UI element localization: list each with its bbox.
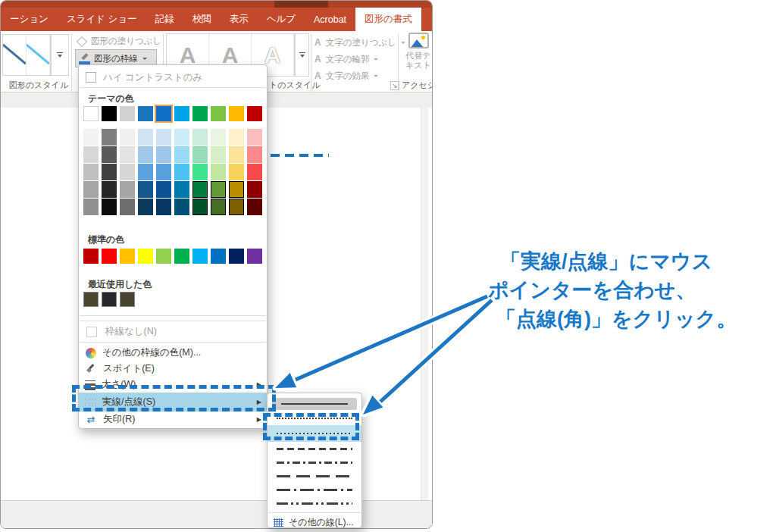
standard-color-swatch[interactable] [247, 249, 262, 264]
standard-color-swatch[interactable] [211, 249, 226, 264]
theme-tint-swatch[interactable] [83, 181, 99, 198]
theme-color-swatch[interactable] [138, 106, 153, 121]
checkbox-icon[interactable] [86, 72, 96, 83]
theme-tint-swatch[interactable] [192, 129, 208, 146]
theme-tint-swatch[interactable] [174, 164, 189, 180]
dash-style-long-dash-dot[interactable] [268, 483, 361, 496]
theme-tint-swatch[interactable] [138, 199, 153, 215]
menu-item-no-outline[interactable]: 枠線なし(N) [79, 324, 267, 340]
text-outline-button[interactable]: A 文字の輪郭 [314, 52, 378, 67]
menu-item-eyedropper[interactable]: スポイト(E) [79, 361, 267, 377]
theme-tint-swatch[interactable] [138, 129, 153, 146]
theme-tint-swatch[interactable] [83, 129, 99, 146]
tab-図形の書式[interactable]: 図形の書式 [355, 8, 421, 31]
theme-color-swatch[interactable] [120, 106, 135, 121]
theme-tint-swatch[interactable] [247, 129, 262, 146]
tab-スライド ショー[interactable]: スライド ショー [58, 8, 146, 31]
theme-tint-swatch[interactable] [102, 199, 117, 215]
theme-tint-swatch[interactable] [211, 146, 226, 163]
shape-style-gallery-more-button[interactable] [51, 34, 69, 76]
more-lines-item[interactable]: その他の線(L)... [268, 515, 361, 530]
text-fill-button[interactable]: A 文字の塗りつぶし [314, 35, 405, 50]
theme-tint-swatch[interactable] [229, 199, 244, 215]
theme-tint-swatch[interactable] [156, 181, 171, 198]
theme-tint-swatch[interactable] [247, 146, 262, 163]
theme-tint-swatch[interactable] [192, 199, 208, 215]
dialog-launcher-icon[interactable]: ↘ [390, 81, 399, 90]
theme-tint-swatch[interactable] [211, 164, 226, 180]
tab-Acrobat[interactable]: Acrobat [305, 8, 355, 31]
theme-tint-swatch[interactable] [174, 129, 189, 146]
menu-item-color-wheel[interactable]: その他の枠線の色(M)... [79, 345, 267, 361]
standard-color-swatch[interactable] [120, 249, 135, 264]
theme-tint-swatch[interactable] [102, 181, 117, 198]
theme-tint-swatch[interactable] [229, 164, 244, 180]
dash-style-long-dash-dot-dot[interactable] [268, 496, 361, 510]
alt-text-button[interactable]: 代替テキスト [402, 33, 433, 80]
theme-color-swatch[interactable] [156, 106, 171, 121]
theme-tint-swatch[interactable] [211, 181, 226, 198]
theme-tint-swatch[interactable] [211, 199, 226, 215]
theme-color-swatch[interactable] [174, 106, 189, 121]
slide-dashed-line-shape[interactable] [271, 154, 329, 157]
theme-color-swatch[interactable] [211, 106, 226, 121]
tab-校閲[interactable]: 校閲 [183, 8, 221, 31]
theme-tint-swatch[interactable] [174, 146, 189, 163]
recent-color-swatch[interactable] [102, 292, 117, 307]
theme-tint-swatch[interactable] [138, 164, 153, 180]
recent-color-swatch[interactable] [83, 292, 99, 307]
theme-tint-swatch[interactable] [229, 181, 244, 198]
theme-tint-swatch[interactable] [247, 199, 262, 215]
theme-tint-swatch[interactable] [156, 129, 171, 146]
theme-tint-swatch[interactable] [192, 164, 208, 180]
tell-me-box[interactable]: 何をしますか [429, 8, 433, 31]
standard-color-swatch[interactable] [156, 249, 171, 264]
standard-color-swatch[interactable] [83, 249, 99, 264]
theme-tint-swatch[interactable] [120, 129, 135, 146]
standard-color-swatch[interactable] [192, 249, 208, 264]
theme-tint-swatch[interactable] [174, 199, 189, 215]
tab-記録[interactable]: 記録 [146, 8, 183, 31]
theme-tint-swatch[interactable] [120, 199, 135, 215]
theme-tint-swatch[interactable] [229, 146, 244, 163]
theme-tint-swatch[interactable] [120, 181, 135, 198]
theme-color-swatch[interactable] [247, 106, 262, 121]
dash-style-solid[interactable] [272, 398, 357, 410]
tab-表示[interactable]: 表示 [221, 8, 258, 31]
shape-fill-button[interactable]: 図形の塗りつぶし [77, 33, 171, 49]
theme-tint-swatch[interactable] [247, 181, 262, 198]
standard-color-swatch[interactable] [138, 249, 153, 264]
theme-color-swatch[interactable] [102, 106, 117, 121]
standard-color-swatch[interactable] [229, 249, 244, 264]
theme-tint-swatch[interactable] [192, 181, 208, 198]
theme-tint-swatch[interactable] [83, 164, 99, 180]
vertical-scrollbar[interactable] [421, 108, 428, 502]
theme-tint-swatch[interactable] [120, 164, 135, 180]
theme-tint-swatch[interactable] [174, 181, 189, 198]
wordart-gallery-more-button[interactable] [295, 33, 309, 77]
theme-tint-swatch[interactable] [247, 164, 262, 180]
line-style-preset-1[interactable] [3, 35, 27, 75]
standard-color-swatch[interactable] [174, 249, 189, 264]
theme-tint-swatch[interactable] [102, 146, 117, 163]
dash-style-dash-dot[interactable] [268, 455, 361, 469]
dash-style-dash[interactable] [268, 442, 361, 455]
theme-color-swatch[interactable] [229, 106, 244, 121]
theme-tint-swatch[interactable] [211, 129, 226, 146]
theme-tint-swatch[interactable] [83, 146, 99, 163]
theme-tint-swatch[interactable] [83, 199, 99, 215]
standard-color-swatch[interactable] [102, 249, 117, 264]
theme-tint-swatch[interactable] [229, 129, 244, 146]
theme-tint-swatch[interactable] [192, 146, 208, 163]
theme-color-swatch[interactable] [192, 106, 208, 121]
theme-tint-swatch[interactable] [156, 146, 171, 163]
theme-tint-swatch[interactable] [156, 164, 171, 180]
theme-tint-swatch[interactable] [138, 146, 153, 163]
theme-tint-swatch[interactable] [120, 146, 135, 163]
theme-color-swatch[interactable] [83, 106, 99, 121]
dash-style-long-dash[interactable] [268, 469, 361, 483]
shape-style-gallery[interactable] [2, 34, 51, 76]
tab-ーション[interactable]: ーション [1, 8, 58, 31]
theme-tint-swatch[interactable] [102, 129, 117, 146]
high-contrast-option[interactable]: ハイ コントラストのみ [79, 70, 267, 85]
